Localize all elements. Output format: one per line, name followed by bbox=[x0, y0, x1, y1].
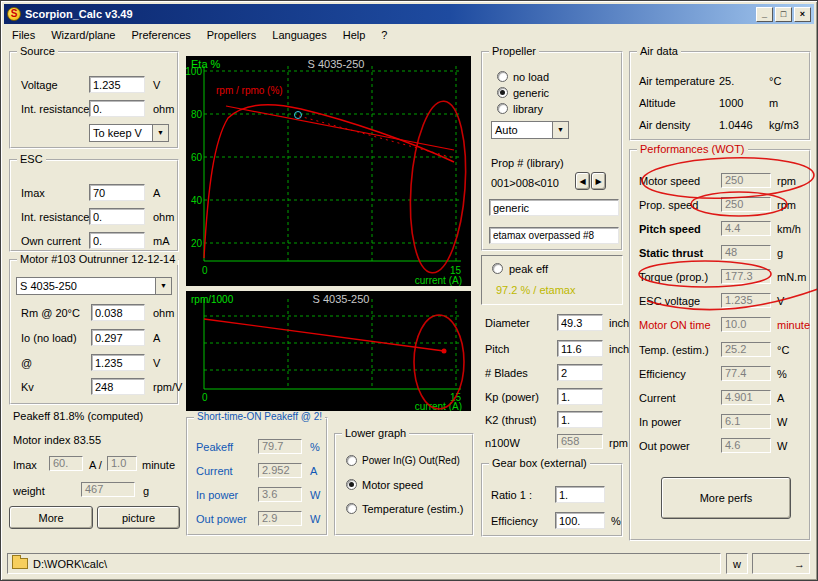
radio-no-load-label[interactable]: no load bbox=[513, 71, 549, 83]
ratio-input[interactable] bbox=[555, 486, 605, 503]
motor-io-input[interactable] bbox=[91, 329, 145, 346]
eta-axis-label: Eta % bbox=[191, 58, 221, 70]
menu-question[interactable]: ? bbox=[373, 27, 395, 43]
radio-peak-eff[interactable] bbox=[492, 263, 503, 274]
menu-preferences[interactable]: Preferences bbox=[123, 27, 198, 43]
diameter-unit: inch bbox=[609, 317, 629, 329]
st-in-power-value: 3.6 bbox=[258, 487, 302, 502]
esc-own-current-input[interactable] bbox=[89, 232, 145, 249]
k2-thrust-input[interactable] bbox=[557, 411, 603, 428]
menu-files[interactable]: Files bbox=[4, 27, 43, 43]
menu-help[interactable]: Help bbox=[335, 27, 374, 43]
prop-mode-dropdown[interactable]: Auto ▼ bbox=[491, 121, 569, 139]
radio-temperature-label[interactable]: Temperature (estim.) bbox=[362, 503, 463, 515]
motor-at-unit: V bbox=[153, 357, 160, 369]
esc-voltage-unit: V bbox=[777, 295, 784, 307]
diameter-input[interactable] bbox=[557, 314, 603, 331]
voltage-input[interactable] bbox=[89, 76, 145, 93]
motor-kv-input[interactable] bbox=[91, 378, 145, 395]
radio-library[interactable] bbox=[497, 103, 508, 114]
st-current-unit: A bbox=[310, 465, 317, 477]
chevron-down-icon[interactable]: ▼ bbox=[155, 278, 171, 294]
kp-power-input[interactable] bbox=[557, 388, 603, 405]
chevron-down-icon[interactable]: ▼ bbox=[152, 125, 168, 141]
motor-rm-label: Rm @ 20°C bbox=[21, 307, 80, 319]
air-temperature-unit: °C bbox=[769, 75, 781, 87]
more-button[interactable]: More bbox=[9, 506, 93, 529]
temp-estim-value: 25.2 bbox=[721, 342, 771, 357]
efficiency-unit: % bbox=[777, 368, 787, 380]
peak-eff-label[interactable]: peak eff bbox=[509, 263, 548, 275]
menu-wizard-plane[interactable]: Wizard/plane bbox=[43, 27, 123, 43]
st-current-value: 2.952 bbox=[258, 463, 302, 478]
gearbox-group: Gear box (external) Ratio 1 : Efficiency… bbox=[481, 463, 623, 537]
air-density-value: 1.0446 bbox=[719, 119, 753, 131]
radio-power-in-out-label[interactable]: Power In(G) Out(Red) bbox=[362, 455, 460, 466]
in-power-value: 6.1 bbox=[721, 414, 771, 429]
voltage-label: Voltage bbox=[21, 79, 58, 91]
y-tick-20: 20 bbox=[191, 238, 203, 249]
minimize-button[interactable]: _ bbox=[756, 7, 773, 22]
motor-at-label: @ bbox=[21, 357, 32, 369]
motor-at-input[interactable] bbox=[91, 354, 145, 371]
out-power-value: 4.6 bbox=[721, 438, 771, 453]
more-perfs-button[interactable]: More perfs bbox=[661, 477, 791, 519]
esc-voltage-label: ESC voltage bbox=[639, 295, 700, 307]
st-in-power-label: In power bbox=[196, 489, 238, 501]
blades-input[interactable] bbox=[557, 364, 603, 381]
air-temperature-label: Air temperature bbox=[639, 75, 715, 87]
motor-model-dropdown[interactable]: S 4035-250 ▼ bbox=[16, 277, 172, 295]
current-value: 4.901 bbox=[721, 390, 771, 405]
graph-top-title: S 4035-250 bbox=[308, 58, 365, 70]
status-w-button[interactable]: w bbox=[726, 553, 748, 574]
radio-power-in-out[interactable] bbox=[346, 455, 357, 466]
prop-prev-button[interactable]: ◀ bbox=[575, 172, 590, 190]
esc-int-resistance-unit: ohm bbox=[153, 211, 174, 223]
short-time-group: Short-time-ON Peakeff @ 2! Peakeff 79.7 … bbox=[186, 417, 328, 536]
menu-propellers[interactable]: Propellers bbox=[199, 27, 265, 43]
esc-int-resistance-input[interactable] bbox=[89, 208, 145, 225]
prop-speed-label: Prop. speed bbox=[639, 199, 698, 211]
radio-temperature[interactable] bbox=[346, 503, 357, 514]
radio-library-label[interactable]: library bbox=[513, 103, 543, 115]
gear-efficiency-input[interactable] bbox=[555, 512, 605, 529]
esc-group: ESC Imax A Int. resistance ohm Own curre… bbox=[9, 159, 179, 252]
radio-generic[interactable] bbox=[497, 87, 508, 98]
menu-languages[interactable]: Languages bbox=[264, 27, 334, 43]
st-peakeff-label: Peakeff bbox=[196, 441, 233, 453]
st-out-power-value: 2.9 bbox=[258, 511, 302, 526]
status-arrow-button[interactable]: → bbox=[752, 553, 810, 574]
x-axis-label: current (A) bbox=[415, 401, 462, 411]
source-int-resistance-input[interactable] bbox=[89, 100, 145, 117]
close-button[interactable]: × bbox=[794, 7, 811, 22]
radio-motor-speed-label[interactable]: Motor speed bbox=[362, 479, 423, 491]
motor-io-unit: A bbox=[153, 332, 160, 344]
prop-lib-label: Prop # (library) bbox=[491, 157, 564, 169]
keep-mode-dropdown[interactable]: To keep V ▼ bbox=[89, 124, 169, 142]
pitch-input[interactable] bbox=[557, 340, 603, 357]
prop-speed-unit: rpm bbox=[777, 199, 796, 211]
torque-label: Torque (prop.) bbox=[639, 271, 708, 283]
pitch-unit: inch bbox=[609, 343, 629, 355]
maximize-button[interactable]: □ bbox=[775, 7, 792, 22]
esc-imax-unit: A bbox=[153, 187, 160, 199]
n100w-label: n100W bbox=[485, 437, 520, 449]
performances-group-title: Performances (WOT) bbox=[637, 143, 748, 155]
radio-motor-speed[interactable] bbox=[346, 479, 357, 490]
esc-imax-input[interactable] bbox=[89, 184, 145, 201]
radio-no-load[interactable] bbox=[497, 71, 508, 82]
in-power-unit: W bbox=[777, 416, 787, 428]
motor-on-time-label: Motor ON time bbox=[639, 319, 711, 331]
prop-status-input[interactable] bbox=[489, 227, 619, 244]
radio-generic-label[interactable]: generic bbox=[513, 87, 549, 99]
altitude-value: 1000 bbox=[719, 97, 743, 109]
x-tick-0: 0 bbox=[202, 392, 208, 403]
motor-rm-input[interactable] bbox=[91, 304, 145, 321]
air-density-unit: kg/m3 bbox=[769, 119, 799, 131]
st-peakeff-unit: % bbox=[310, 441, 320, 453]
motor-imax-value: 60. bbox=[49, 456, 83, 471]
prop-name-input[interactable] bbox=[489, 199, 619, 216]
picture-button[interactable]: picture bbox=[97, 506, 180, 529]
chevron-down-icon[interactable]: ▼ bbox=[552, 122, 568, 138]
prop-next-button[interactable]: ▶ bbox=[591, 172, 606, 190]
